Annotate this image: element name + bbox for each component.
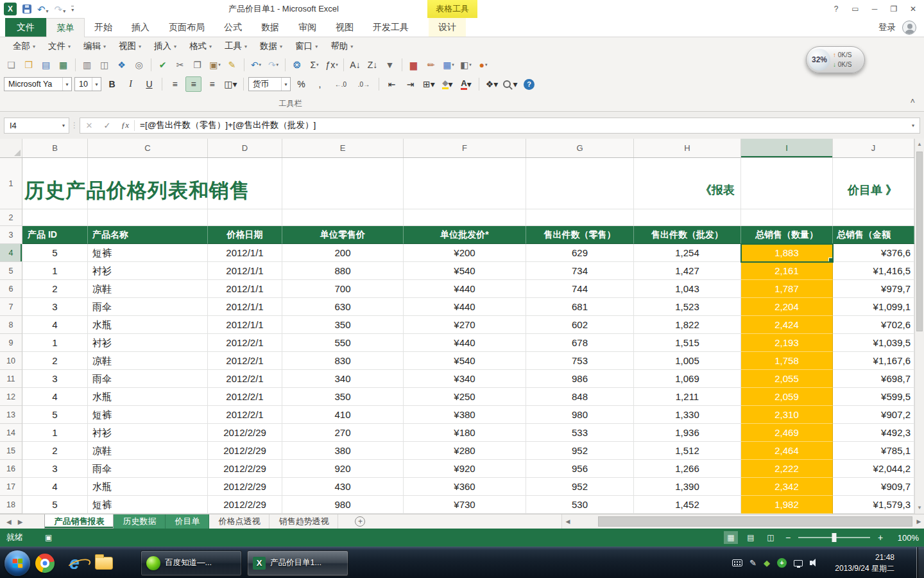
- drawing-icon[interactable]: ✏: [424, 57, 439, 73]
- cell-total-sales-qty[interactable]: 2,161: [741, 262, 833, 280]
- font-size-select[interactable]: 10▾: [74, 77, 101, 91]
- row-header[interactable]: 9: [0, 334, 22, 352]
- comment-icon[interactable]: ● ▾: [475, 57, 491, 73]
- cell-unit-wholesale-price[interactable]: ¥360: [404, 478, 526, 496]
- cell-unit-wholesale-price[interactable]: ¥380: [404, 406, 526, 424]
- row-header[interactable]: 16: [0, 460, 22, 478]
- cell-product-id[interactable]: 3: [22, 370, 88, 388]
- cell-unit-retail-price[interactable]: 630: [282, 298, 404, 316]
- cell-price-date[interactable]: 2012/2/1: [208, 370, 282, 388]
- italic-button[interactable]: I: [123, 76, 139, 92]
- horizontal-scroll-thumb[interactable]: [598, 516, 912, 527]
- redo-button[interactable]: ↷▾: [55, 4, 66, 14]
- column-header[interactable]: J: [833, 139, 914, 157]
- align-right-icon[interactable]: ≡: [204, 76, 220, 92]
- cell-product-name[interactable]: 短裤: [88, 406, 208, 424]
- column-header[interactable]: C: [88, 139, 208, 157]
- price-list-nav-link[interactable]: 价目单 》: [848, 182, 897, 198]
- cell-unit-retail-price[interactable]: 350: [282, 388, 404, 406]
- cell-unit-wholesale-price[interactable]: ¥250: [404, 388, 526, 406]
- customize-qat-icon[interactable]: ▾: [71, 6, 74, 13]
- menu-item[interactable]: 格式 ▾: [183, 39, 218, 54]
- collapse-ribbon-icon[interactable]: ˄: [910, 96, 915, 106]
- font-name-select[interactable]: Microsoft Ya▾: [4, 77, 72, 91]
- scroll-up-icon[interactable]: ▲: [915, 139, 924, 150]
- cell-units-sold-wholesale[interactable]: 1,069: [634, 370, 741, 388]
- cell-total-sales-qty[interactable]: 2,464: [741, 442, 833, 460]
- accelerator-ball-icon[interactable]: +: [777, 558, 787, 568]
- autosum-icon[interactable]: Σ ▾: [307, 57, 322, 73]
- table-header-cell[interactable]: 单位批发价*: [404, 226, 526, 244]
- row-header[interactable]: 8: [0, 316, 22, 334]
- internet-explorer-icon[interactable]: e: [60, 547, 89, 578]
- tab-page-layout[interactable]: 页面布局: [159, 18, 214, 37]
- new-document-icon[interactable]: ❏: [4, 57, 19, 73]
- cell-unit-wholesale-price[interactable]: ¥540: [404, 352, 526, 370]
- taskbar-app-baidu[interactable]: 百度知道—...: [141, 550, 242, 576]
- table-header-cell[interactable]: 总销售（数量）: [741, 226, 833, 244]
- tab-review[interactable]: 审阅: [289, 18, 326, 37]
- spell-check-icon[interactable]: ✔: [155, 57, 171, 73]
- file-explorer-icon[interactable]: [89, 547, 119, 578]
- cell-price-date[interactable]: 2012/2/29: [208, 478, 282, 496]
- cell[interactable]: [634, 209, 741, 226]
- row-header[interactable]: 15: [0, 442, 22, 460]
- table-icon[interactable]: ▦ ▾: [441, 57, 456, 73]
- cell-price-date[interactable]: 2012/1/1: [208, 298, 282, 316]
- scroll-left-icon[interactable]: ◀: [562, 514, 574, 529]
- show-desktop-button[interactable]: [916, 547, 924, 578]
- filter-icon[interactable]: ▼: [382, 57, 398, 73]
- select-all-corner[interactable]: [0, 139, 22, 157]
- sign-in-link[interactable]: 登录: [878, 18, 896, 37]
- cell-total-sales-amount[interactable]: ¥1,416,5: [833, 262, 914, 280]
- cell-price-date[interactable]: 2012/1/1: [208, 316, 282, 334]
- chart-icon[interactable]: ▆: [406, 57, 422, 73]
- toolbar-icon[interactable]: [244, 58, 244, 71]
- scroll-down-icon[interactable]: ▼: [915, 502, 924, 514]
- tab-view[interactable]: 视图: [326, 18, 363, 37]
- cell-unit-wholesale-price[interactable]: ¥440: [404, 298, 526, 316]
- cell-total-sales-amount[interactable]: ¥907,2: [833, 406, 914, 424]
- tab-design[interactable]: 设计: [429, 18, 466, 37]
- decrease-indent-icon[interactable]: ⇤: [384, 76, 400, 92]
- tab-formulas[interactable]: 公式: [214, 18, 252, 37]
- macro-record-icon[interactable]: ▣: [45, 533, 52, 542]
- cell-total-sales-qty[interactable]: 1,982: [741, 496, 833, 514]
- excel-app-icon[interactable]: X: [4, 3, 17, 15]
- cell-product-name[interactable]: 短裤: [88, 244, 208, 262]
- cell-product-id[interactable]: 3: [22, 460, 88, 478]
- sheet-tab-price-list[interactable]: 价目单: [166, 514, 209, 529]
- cell-unit-wholesale-price[interactable]: ¥540: [404, 262, 526, 280]
- cell-total-sales-qty[interactable]: 2,310: [741, 406, 833, 424]
- cell-total-sales-qty[interactable]: 2,424: [741, 316, 833, 334]
- cell-total-sales-qty[interactable]: 1,758: [741, 352, 833, 370]
- help-button[interactable]: ?: [826, 0, 846, 18]
- cell-product-name[interactable]: 短裤: [88, 496, 208, 514]
- cell-price-date[interactable]: 2012/1/1: [208, 280, 282, 298]
- cell-product-id[interactable]: 4: [22, 388, 88, 406]
- cell-total-sales-qty[interactable]: 2,342: [741, 478, 833, 496]
- cell-total-sales-amount[interactable]: ¥785,1: [833, 442, 914, 460]
- name-box[interactable]: I4▾: [4, 118, 69, 134]
- web-page-icon[interactable]: ❖: [114, 57, 130, 73]
- cell-units-sold-retail[interactable]: 602: [526, 316, 634, 334]
- cell-unit-wholesale-price[interactable]: ¥200: [404, 244, 526, 262]
- cell-price-date[interactable]: 2012/2/29: [208, 496, 282, 514]
- copy-icon[interactable]: ❐: [190, 57, 205, 73]
- toolbar-icon[interactable]: [285, 58, 286, 71]
- cell-total-sales-amount[interactable]: ¥1,039,5: [833, 334, 914, 352]
- cell-units-sold-retail[interactable]: 952: [526, 478, 634, 496]
- menu-item[interactable]: 帮助 ▾: [324, 39, 359, 54]
- cell[interactable]: [282, 209, 404, 226]
- taskbar-app-excel[interactable]: X 产品价目单1...: [247, 550, 348, 576]
- cell-product-id[interactable]: 1: [22, 424, 88, 442]
- toolbar-icon[interactable]: [151, 58, 151, 71]
- cell[interactable]: [404, 209, 526, 226]
- cell-product-name[interactable]: 雨伞: [88, 460, 208, 478]
- cell-price-date[interactable]: 2012/2/29: [208, 460, 282, 478]
- new-sheet-icon[interactable]: +: [355, 516, 365, 527]
- taskbar-clock[interactable]: 21:48 2013/9/24 星期二: [835, 547, 894, 578]
- undo-icon[interactable]: ↶ ▾: [248, 57, 264, 73]
- page-layout-view-icon[interactable]: ▤: [744, 531, 758, 544]
- pen-input-icon[interactable]: ✎: [749, 559, 757, 567]
